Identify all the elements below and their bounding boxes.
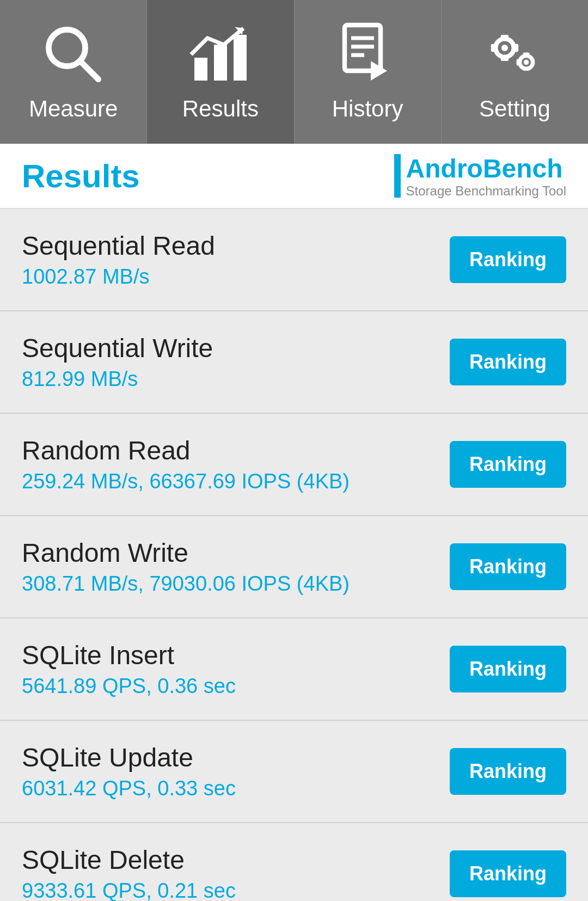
logo-brand: AndroBench bbox=[406, 154, 566, 183]
result-item: Sequential Read 1002.87 MB/s Ranking bbox=[0, 209, 588, 311]
measure-icon bbox=[41, 22, 106, 87]
logo: AndroBench Storage Benchmarking Tool bbox=[394, 154, 566, 199]
result-info: Random Write 308.71 MB/s, 79030.06 IOPS … bbox=[22, 538, 450, 596]
result-name: SQLite Insert bbox=[22, 640, 450, 670]
ranking-button[interactable]: Ranking bbox=[450, 236, 566, 283]
ranking-button[interactable]: Ranking bbox=[450, 543, 566, 590]
ranking-button[interactable]: Ranking bbox=[450, 339, 566, 385]
history-icon bbox=[335, 22, 400, 87]
svg-point-18 bbox=[524, 60, 529, 65]
logo-subtitle: Storage Benchmarking Tool bbox=[406, 183, 566, 199]
result-name: SQLite Delete bbox=[22, 845, 450, 875]
logo-text: AndroBench Storage Benchmarking Tool bbox=[406, 154, 566, 199]
results-icon bbox=[188, 22, 253, 87]
svg-rect-15 bbox=[491, 44, 497, 52]
result-info: Sequential Write 812.99 MB/s bbox=[22, 333, 450, 391]
svg-rect-20 bbox=[523, 67, 530, 71]
result-name: Random Read bbox=[22, 436, 450, 465]
result-item: Random Write 308.71 MB/s, 79030.06 IOPS … bbox=[0, 516, 588, 618]
nav-item-measure[interactable]: Measure bbox=[0, 0, 147, 144]
result-name: Random Write bbox=[22, 538, 450, 568]
svg-rect-2 bbox=[194, 58, 207, 81]
ranking-button[interactable]: Ranking bbox=[450, 646, 566, 692]
nav-item-setting[interactable]: Setting bbox=[442, 0, 588, 144]
result-item: SQLite Update 6031.42 QPS, 0.33 sec Rank… bbox=[0, 721, 588, 823]
svg-line-1 bbox=[80, 61, 99, 79]
svg-rect-4 bbox=[234, 35, 247, 81]
logo-brand-1: Andro bbox=[406, 154, 483, 183]
page-header: Results AndroBench Storage Benchmarking … bbox=[0, 144, 588, 209]
results-list: Sequential Read 1002.87 MB/s Ranking Seq… bbox=[0, 209, 588, 901]
result-name: SQLite Update bbox=[22, 743, 450, 773]
nav-item-results[interactable]: Results bbox=[147, 0, 294, 144]
nav-label-setting: Setting bbox=[479, 96, 550, 122]
svg-rect-14 bbox=[501, 56, 509, 61]
page-title: Results bbox=[22, 157, 140, 195]
svg-rect-22 bbox=[531, 59, 535, 65]
result-item: Sequential Write 812.99 MB/s Ranking bbox=[0, 311, 588, 414]
result-info: SQLite Delete 9333.61 QPS, 0.21 sec bbox=[22, 845, 450, 901]
logo-bar bbox=[394, 154, 401, 198]
result-info: Random Read 259.24 MB/s, 66367.69 IOPS (… bbox=[22, 436, 450, 493]
setting-icon bbox=[482, 22, 547, 87]
result-name: Sequential Read bbox=[22, 231, 450, 261]
svg-rect-13 bbox=[501, 35, 509, 40]
result-info: SQLite Update 6031.42 QPS, 0.33 sec bbox=[22, 743, 450, 800]
ranking-button[interactable]: Ranking bbox=[450, 850, 566, 897]
result-value: 1002.87 MB/s bbox=[22, 265, 450, 289]
result-item: SQLite Insert 5641.89 QPS, 0.36 sec Rank… bbox=[0, 618, 588, 721]
result-value: 812.99 MB/s bbox=[22, 367, 450, 391]
top-navigation: Measure Results History bbox=[0, 0, 588, 144]
result-value: 259.24 MB/s, 66367.69 IOPS (4KB) bbox=[22, 470, 450, 493]
svg-rect-19 bbox=[523, 52, 530, 56]
svg-rect-16 bbox=[513, 44, 519, 52]
result-item: Random Read 259.24 MB/s, 66367.69 IOPS (… bbox=[0, 414, 588, 516]
svg-rect-3 bbox=[214, 45, 227, 81]
result-item: SQLite Delete 9333.61 QPS, 0.21 sec Rank… bbox=[0, 823, 588, 901]
nav-item-history[interactable]: History bbox=[295, 0, 442, 144]
ranking-button[interactable]: Ranking bbox=[450, 748, 566, 795]
result-info: Sequential Read 1002.87 MB/s bbox=[22, 231, 450, 289]
logo-brand-2: Bench bbox=[483, 154, 563, 183]
result-value: 308.71 MB/s, 79030.06 IOPS (4KB) bbox=[22, 572, 450, 596]
nav-label-history: History bbox=[332, 96, 403, 122]
ranking-button[interactable]: Ranking bbox=[450, 441, 566, 488]
result-info: SQLite Insert 5641.89 QPS, 0.36 sec bbox=[22, 640, 450, 698]
result-value: 5641.89 QPS, 0.36 sec bbox=[22, 675, 450, 698]
svg-point-12 bbox=[501, 45, 508, 51]
svg-rect-21 bbox=[517, 59, 520, 65]
result-name: Sequential Write bbox=[22, 333, 450, 363]
nav-label-measure: Measure bbox=[29, 96, 118, 122]
result-value: 9333.61 QPS, 0.21 sec bbox=[22, 879, 450, 901]
result-value: 6031.42 QPS, 0.33 sec bbox=[22, 777, 450, 800]
nav-label-results: Results bbox=[182, 96, 259, 122]
